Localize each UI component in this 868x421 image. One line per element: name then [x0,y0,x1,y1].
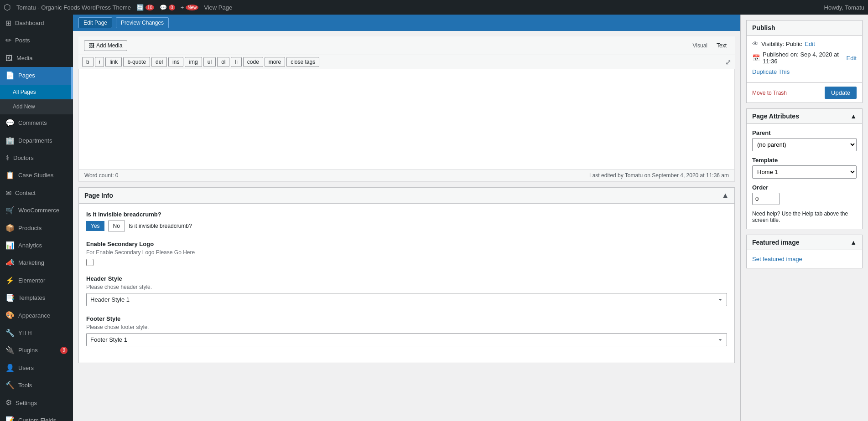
parent-select[interactable]: (no parent) Home About [752,138,857,151]
settings-icon: ⚙ [5,398,12,408]
publish-footer: Move to Trash Update [747,82,862,103]
sidebar-item-label: Tools [18,381,32,390]
toggle-group: Yes No Is it invisible breadcrumb? [86,221,727,231]
sidebar-item-pages[interactable]: 📄 Pages [0,67,73,84]
update-button[interactable]: Update [825,87,857,99]
sidebar-item-plugins[interactable]: 🔌 Plugins 9 [0,342,73,359]
toggle-yes-button[interactable]: Yes [86,221,104,231]
sidebar-item-products[interactable]: 📦 Products [0,220,73,237]
content-editor-area[interactable] [78,69,735,169]
text-tab[interactable]: Text [714,41,729,51]
set-featured-image-link[interactable]: Set featured image [752,256,802,262]
secondary-logo-checkbox[interactable] [86,259,94,266]
close-tags-button[interactable]: close tags [286,57,319,67]
sidebar-item-case-studies[interactable]: 📋 Case Studies [0,167,73,184]
del-button[interactable]: del [151,57,167,67]
move-to-trash-link[interactable]: Move to Trash [752,90,787,96]
users-icon: 👤 [5,363,15,373]
add-media-button[interactable]: 🖼 Add Media [84,40,127,51]
ins-button[interactable]: ins [168,57,183,67]
pages-icon: 📄 [5,71,15,81]
more-button[interactable]: more [265,57,285,67]
case-studies-icon: 📋 [5,170,15,180]
site-name[interactable]: Tomatu - Organic Foods WordPress Theme [16,4,131,11]
code-button[interactable]: code [243,57,263,67]
template-select[interactable]: Home 1 Home 2 Default Template [752,165,857,179]
sidebar-item-marketing[interactable]: 📣 Marketing [0,254,73,272]
italic-button[interactable]: i [95,57,104,67]
template-field: Template Home 1 Home 2 Default Template [752,157,857,179]
sidebar: ⊞ Dashboard ✏ Posts 🖼 Media 📄 Pages All … [0,15,73,421]
edit-visibility-link[interactable]: Edit [805,41,815,47]
visual-tab[interactable]: Visual [690,41,710,51]
updates-item[interactable]: 🔄 10 [136,4,154,11]
sidebar-item-woocommerce[interactable]: 🛒 WooCommerce [0,202,73,219]
fullscreen-button[interactable]: ⤢ [725,58,731,67]
media-bar: 🖼 Add Media Visual Text [78,36,735,55]
sidebar-item-users[interactable]: 👤 Users [0,359,73,377]
sidebar-item-settings[interactable]: ⚙ Settings [0,394,73,411]
sidebar-item-templates[interactable]: 📑 Templates [0,289,73,307]
page-info-collapse[interactable]: ▲ [722,191,729,200]
editor-area: Edit Page Preview Changes 🖼 Add Media Vi… [73,15,740,421]
wp-logo[interactable]: ⬡ [4,2,11,12]
comments-icon: 💬 [5,118,15,128]
page-attributes-body: Parent (no parent) Home About Template H… [747,124,862,229]
publish-header: Publish [747,21,862,36]
toggle-no-button[interactable]: No [108,221,125,231]
comments-item[interactable]: 💬 0 [160,4,175,11]
sidebar-item-add-new[interactable]: Add New [0,99,73,114]
page-info-header[interactable]: Page Info ▲ [79,188,734,204]
sidebar-item-custom-fields[interactable]: 📝 Custom Fields [0,412,73,421]
bold-button[interactable]: b [82,57,94,67]
sidebar-item-doctors[interactable]: ⚕ Doctors [0,149,73,167]
sidebar-item-departments[interactable]: 🏢 Departments [0,132,73,149]
footer-style-select[interactable]: Footer Style 1 Footer Style 2 Footer Sty… [86,333,727,346]
plugins-icon: 🔌 [5,345,15,355]
duplicate-link[interactable]: Duplicate This [752,68,857,75]
featured-collapse-icon: ▲ [850,239,857,246]
order-input[interactable] [752,193,780,205]
published-on-row: 📅 Published on: Sep 4, 2020 at 11:36 Edi… [752,51,857,65]
visibility-row: 👁 Visibility: Public Edit [752,40,857,47]
secondary-logo-label: Enable Secondary Logo [86,241,727,247]
edit-page-button[interactable]: Edit Page [78,17,112,28]
appearance-icon: 🎨 [5,310,15,320]
featured-image-header[interactable]: Featured image ▲ [747,235,862,250]
sidebar-item-dashboard[interactable]: ⊞ Dashboard [0,15,73,32]
link-button[interactable]: link [105,57,122,67]
view-page-item[interactable]: View Page [204,4,232,11]
ol-button[interactable]: ol [217,57,229,67]
page-attributes-header[interactable]: Page Attributes ▲ [747,109,862,124]
sidebar-item-tools[interactable]: 🔨 Tools [0,377,73,394]
sidebar-item-contact[interactable]: ✉ Contact [0,185,73,202]
header-style-select[interactable]: Header Style 1 Header Style 2 Header Sty… [86,293,727,306]
bquote-button[interactable]: b-quote [123,57,150,67]
help-text: Need help? Use the Help tab above the sc… [752,210,857,223]
media-icon: 🖼 [5,53,13,63]
sidebar-item-comments[interactable]: 💬 Comments [0,114,73,132]
sidebar-item-analytics[interactable]: 📊 Analytics [0,237,73,254]
invisible-breadcrumb-group: Is it invisible breadcrumb? Yes No Is it… [86,211,727,231]
sidebar-item-label: Dashboard [15,19,44,27]
parent-label: Parent [752,129,857,136]
edit-date-link[interactable]: Edit [847,55,857,62]
preview-changes-button[interactable]: Preview Changes [116,17,169,28]
ul-button[interactable]: ul [203,57,216,67]
woocommerce-icon: 🛒 [5,205,15,216]
sidebar-item-media[interactable]: 🖼 Media [0,50,73,67]
sidebar-item-label: Analytics [18,241,42,250]
sidebar-item-elementor[interactable]: ⚡ Elementor [0,272,73,289]
sidebar-item-posts[interactable]: ✏ Posts [0,32,73,49]
sidebar-item-appearance[interactable]: 🎨 Appearance [0,307,73,324]
visibility-text: Visibility: Public [761,41,802,47]
li-button[interactable]: li [231,57,241,67]
new-item[interactable]: + New [181,4,199,11]
page-attributes-box: Page Attributes ▲ Parent (no parent) Hom… [746,108,863,229]
yith-icon: 🔧 [5,328,15,338]
img-button[interactable]: img [185,57,202,67]
sidebar-item-yith[interactable]: 🔧 YITH [0,324,73,342]
published-on-text: Published on: Sep 4, 2020 at 11:36 [763,51,844,65]
page-info-title: Page Info [84,192,113,199]
sidebar-item-all-pages[interactable]: All Pages [0,85,73,100]
